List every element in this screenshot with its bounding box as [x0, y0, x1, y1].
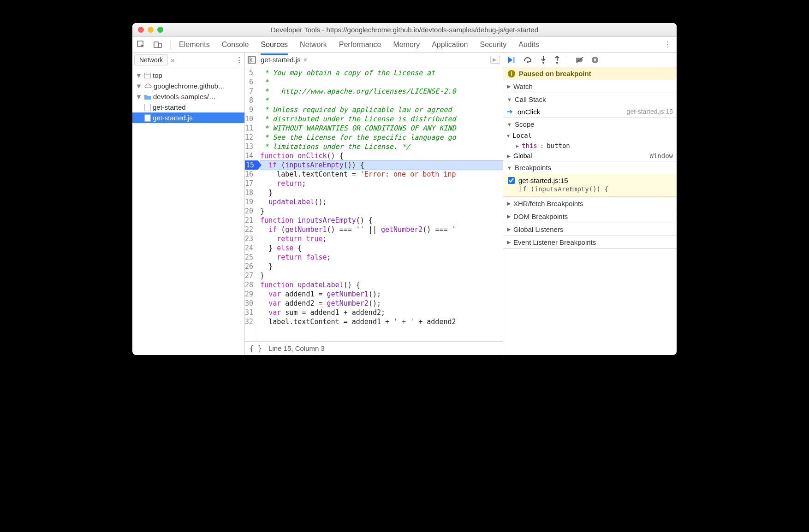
- tree-folder[interactable]: ▼ devtools-samples/…: [132, 91, 244, 102]
- debugger-toolbar: [503, 53, 677, 67]
- code-editor[interactable]: 5678910111213141516171819202122232425262…: [245, 67, 503, 341]
- tree-file-html[interactable]: get-started: [132, 102, 244, 112]
- global-listeners-section: ▶Global Listeners: [503, 223, 677, 236]
- callstack-fn: onClick: [518, 108, 540, 116]
- cursor-position: Line 15, Column 3: [268, 344, 325, 352]
- svg-rect-7: [513, 57, 515, 63]
- navigator-more-icon[interactable]: ⋮: [236, 56, 243, 64]
- callstack-location: get-started.js:15: [627, 108, 673, 115]
- debugger-pane: i Paused on breakpoint ▶Watch ▼Call Stac…: [503, 53, 677, 355]
- editor-file-tab[interactable]: get-started.js ×: [260, 55, 308, 65]
- main-tabs: ElementsConsoleSourcesNetworkPerformance…: [179, 38, 539, 52]
- frame-icon: [144, 73, 151, 78]
- navigator-network-tab[interactable]: Network: [134, 54, 168, 65]
- svg-rect-1: [154, 42, 158, 47]
- tree-file-label: get-started: [153, 103, 186, 111]
- step-over-button[interactable]: [523, 56, 533, 64]
- global-listeners-header[interactable]: ▶Global Listeners: [503, 223, 677, 236]
- breakpoints-section: ▼Breakpoints get-started.js:15 if (input…: [503, 161, 677, 197]
- divider: [170, 40, 171, 49]
- tree-domain-label: googlechrome.github…: [154, 82, 225, 90]
- chevron-down-icon: ▼: [507, 97, 512, 102]
- breakpoint-item[interactable]: get-started.js:15 if (inputsAreEmpty()) …: [503, 174, 677, 197]
- tree-domain[interactable]: ▼ googlechrome.github…: [132, 81, 244, 91]
- chevron-right-icon: ▶: [507, 83, 511, 89]
- scope-section: ▼Scope ▼Local ▶this: button ▶Global Wind…: [503, 118, 677, 161]
- run-snippet-icon[interactable]: ▶|: [490, 56, 500, 64]
- main-tab-audits[interactable]: Audits: [518, 38, 539, 52]
- editor-pane: get-started.js × ▶| 56789101112131415161…: [245, 53, 503, 355]
- chevron-down-icon: ▼: [507, 122, 512, 127]
- scope-this[interactable]: ▶this: button: [503, 141, 677, 151]
- scope-header[interactable]: ▼Scope: [503, 118, 677, 130]
- chevron-down-icon: ▼: [135, 71, 143, 79]
- event-listener-bp-header[interactable]: ▶Event Listener Breakpoints: [503, 236, 677, 248]
- main-tab-network[interactable]: Network: [300, 38, 327, 52]
- main-tab-application[interactable]: Application: [432, 38, 468, 52]
- window-controls: [138, 27, 163, 33]
- pretty-print-icon[interactable]: { }: [250, 344, 262, 353]
- file-tree: ▼ top ▼ googlechrome.github… ▼ devtools-…: [132, 67, 244, 126]
- callstack-frame[interactable]: ➔ onClick get-started.js:15: [503, 106, 677, 118]
- chevron-right-icon: ▶: [507, 239, 511, 245]
- step-into-button[interactable]: [540, 56, 547, 64]
- main-tab-elements[interactable]: Elements: [179, 38, 210, 52]
- inspect-element-icon[interactable]: [137, 41, 145, 49]
- resume-button[interactable]: [508, 56, 516, 64]
- svg-point-8: [527, 61, 529, 63]
- svg-rect-15: [595, 59, 596, 61]
- main-toolbar: ElementsConsoleSourcesNetworkPerformance…: [132, 37, 677, 53]
- breakpoint-checkbox[interactable]: [508, 177, 515, 184]
- dom-breakpoints-header[interactable]: ▶DOM Breakpoints: [503, 210, 677, 223]
- svg-rect-14: [594, 59, 595, 61]
- close-window-button[interactable]: [138, 27, 144, 33]
- callstack-header[interactable]: ▼Call Stack: [503, 93, 677, 106]
- navigator-pane: Network » ⋮ ▼ top ▼ googlechrome.github……: [132, 53, 245, 355]
- editor-statusbar: { } Line 15, Column 3: [245, 341, 503, 355]
- more-menu-icon[interactable]: ⋮: [664, 40, 672, 49]
- editor-header: get-started.js × ▶|: [245, 53, 503, 67]
- main-tab-console[interactable]: Console: [222, 38, 249, 52]
- tree-root[interactable]: ▼ top: [132, 70, 244, 81]
- xhr-breakpoints-header[interactable]: ▶XHR/fetch Breakpoints: [503, 197, 677, 210]
- editor-file-name: get-started.js: [261, 56, 301, 64]
- zoom-window-button[interactable]: [157, 27, 163, 33]
- breakpoints-header[interactable]: ▼Breakpoints: [503, 161, 677, 174]
- xhr-breakpoints-section: ▶XHR/fetch Breakpoints: [503, 197, 677, 210]
- main-tab-security[interactable]: Security: [480, 38, 506, 52]
- chevron-right-icon: ▶: [507, 201, 511, 207]
- breakpoint-label: get-started.js:15: [518, 177, 568, 184]
- info-icon: i: [508, 70, 515, 77]
- paused-banner-text: Paused on breakpoint: [519, 70, 591, 77]
- navigator-overflow-icon[interactable]: »: [171, 56, 174, 64]
- file-icon: [144, 104, 151, 111]
- main-tab-sources[interactable]: Sources: [261, 38, 288, 55]
- code-content[interactable]: * You may obtain a copy of the License a…: [258, 67, 503, 341]
- current-frame-icon: ➔: [507, 107, 513, 116]
- pause-on-exceptions-button[interactable]: [591, 56, 599, 64]
- chevron-down-icon: ▼: [507, 165, 512, 171]
- main-tab-performance[interactable]: Performance: [339, 38, 381, 52]
- toggle-navigator-icon[interactable]: [248, 56, 256, 64]
- deactivate-breakpoints-button[interactable]: [576, 56, 584, 64]
- chevron-right-icon: ▶: [507, 213, 511, 219]
- step-out-button[interactable]: [554, 56, 560, 64]
- paused-banner: i Paused on breakpoint: [503, 67, 677, 80]
- chevron-down-icon: ▼: [135, 93, 143, 100]
- tree-file-js[interactable]: get-started.js: [132, 112, 244, 123]
- tree-file-label: get-started.js: [153, 114, 193, 122]
- line-gutter[interactable]: 5678910111213141516171819202122232425262…: [245, 67, 258, 341]
- scope-global[interactable]: ▶Global Window: [503, 151, 677, 161]
- watch-header[interactable]: ▶Watch: [503, 80, 677, 93]
- main-tab-memory[interactable]: Memory: [393, 38, 420, 52]
- close-tab-icon[interactable]: ×: [303, 56, 308, 64]
- minimize-window-button[interactable]: [148, 27, 154, 33]
- chevron-down-icon: ▼: [135, 82, 143, 90]
- event-listener-bp-section: ▶Event Listener Breakpoints: [503, 236, 677, 249]
- titlebar: Developer Tools - https://googlechrome.g…: [132, 23, 677, 37]
- dom-breakpoints-section: ▶DOM Breakpoints: [503, 210, 677, 223]
- callstack-section: ▼Call Stack ➔ onClick get-started.js:15: [503, 93, 677, 118]
- scope-local[interactable]: ▼Local: [503, 130, 677, 141]
- device-mode-icon[interactable]: [154, 41, 162, 49]
- chevron-right-icon: ▶: [507, 226, 511, 232]
